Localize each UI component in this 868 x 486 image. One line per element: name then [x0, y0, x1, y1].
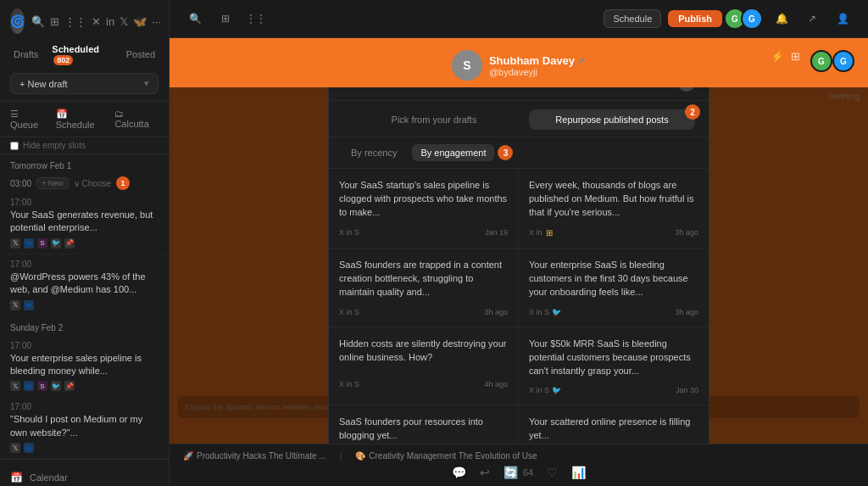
card-text-4: Your enterprise SaaS is bleeding custome…: [529, 259, 698, 299]
suggestion-1[interactable]: 🚀 Productivity Hacks The Ultimate ...: [183, 451, 326, 461]
topbar-grid-icon[interactable]: ⋮⋮: [244, 7, 268, 31]
draft-item-4[interactable]: 17:00 "Should I post on Medium or my own…: [0, 397, 169, 459]
repurpose-tab-badge: 2: [685, 104, 700, 120]
topbar-search-icon[interactable]: 🔍: [183, 7, 207, 31]
linkedin-icon[interactable]: in: [106, 15, 114, 28]
pin-icon-2: 📌: [64, 381, 75, 391]
filter-avatar-1[interactable]: G: [810, 50, 832, 72]
new-slot-button[interactable]: + New: [36, 177, 69, 189]
draft-item-3[interactable]: 17:00 Your enterprise sales pipeline is …: [0, 336, 169, 398]
card-platforms-4: X in S 🐦: [529, 308, 561, 316]
hide-empty-slots: Hide empty slots: [0, 137, 169, 154]
draft-card-5[interactable]: Hidden costs are silently destroying you…: [329, 327, 519, 406]
tab-posted[interactable]: Posted: [123, 47, 159, 61]
more-icon[interactable]: ···: [152, 15, 161, 28]
main-content: 🔍 ⊞ ⋮⋮ Schedule Publish G G 🔔 ↗ 👤: [170, 0, 868, 486]
publish-button[interactable]: Publish: [668, 10, 722, 27]
x-icon-4: 𝕏: [10, 443, 20, 453]
avatar-group: G G: [729, 8, 763, 30]
sort-row: By recency By engagement 3: [329, 137, 709, 169]
calcutta-tool[interactable]: 🗂 Calcutta: [114, 109, 159, 130]
card-text-7: SaaS founders pour resources into bloggi…: [339, 416, 508, 444]
retweet-icon[interactable]: 🔄: [504, 466, 518, 479]
linkedin-icon: in: [24, 238, 34, 249]
card-platforms-2: X in: [529, 228, 542, 237]
sort-by-engagement[interactable]: By engagement: [412, 144, 494, 161]
search-icon[interactable]: 🔍: [31, 15, 45, 28]
draft-card-7[interactable]: SaaS founders pour resources into bloggi…: [329, 405, 519, 444]
grid-icon[interactable]: ⋮⋮: [64, 15, 86, 28]
content-bg-inner: meeting Explore the dynamic tension betw…: [170, 87, 868, 444]
rocket-icon: 🚀: [183, 451, 193, 461]
schedule-button[interactable]: Schedule: [604, 9, 661, 28]
tab-repurpose[interactable]: Repurpose published posts: [529, 109, 695, 130]
tab-pick-from-drafts[interactable]: Pick from your drafts: [342, 109, 526, 130]
suggestion-2[interactable]: 🎨 Creativity Management The Evolution of…: [355, 451, 537, 461]
bottom-actions: 💬 ↩ 🔄 64 ♡ 📊: [183, 466, 854, 479]
draft-card-8[interactable]: Your scattered online presence is fillin…: [519, 405, 709, 444]
x-icon-3: 𝕏: [10, 381, 20, 391]
schedule-tool[interactable]: 📅 Schedule: [56, 109, 107, 130]
app-icon: 🌀: [10, 8, 25, 34]
slot-badge: 1: [116, 176, 130, 190]
draft-item-1[interactable]: 17:00 Your SaaS generates revenue, but p…: [0, 193, 169, 254]
slack-icon-2: S: [37, 381, 47, 391]
nav-calendar[interactable]: 📅 Calendar: [0, 466, 169, 486]
sidebar-tabs: Drafts Scheduled 802 Posted: [10, 42, 159, 66]
tab-scheduled[interactable]: Scheduled 802: [48, 42, 115, 66]
draft-card-4[interactable]: Your enterprise SaaS is bleeding custome…: [519, 249, 709, 327]
card-footer-2: X in ⊞ 3h ago: [529, 228, 698, 237]
filter-icon[interactable]: ⚡: [771, 50, 784, 72]
sort-by-recency[interactable]: By recency: [342, 144, 405, 161]
card-footer-3: X in S 3h ago: [339, 308, 508, 316]
comment-icon[interactable]: 💬: [452, 466, 466, 479]
modal-tabs: Pick from your drafts Repurpose publishe…: [329, 101, 709, 137]
draft-card-2[interactable]: Every week, thousands of blogs are publi…: [519, 169, 709, 249]
draft-card-1[interactable]: Your SaaS startup's sales pipeline is cl…: [329, 169, 519, 249]
topbar-right: Schedule Publish G G 🔔 ↗ 👤: [604, 7, 854, 31]
modal-header: Pick a draft to schedule ×: [329, 87, 709, 101]
card-footer-4: X in S 🐦 3h ago: [529, 308, 698, 316]
user-icon[interactable]: 👤: [831, 7, 854, 31]
palette-icon: 🎨: [355, 451, 365, 461]
new-draft-button[interactable]: + New draft ▾: [10, 73, 159, 94]
close-platform-icon[interactable]: ✕: [92, 15, 101, 28]
twitter-icon[interactable]: 𝕏: [120, 15, 128, 28]
share-icon[interactable]: ↗: [800, 7, 824, 31]
modal-close-button[interactable]: ×: [678, 87, 695, 92]
card-text-5: Hidden costs are silently destroying you…: [339, 338, 508, 371]
like-icon[interactable]: ♡: [547, 466, 558, 479]
modal-grid: Your SaaS startup's sales pipeline is cl…: [329, 169, 709, 444]
x-icon-2: 𝕏: [10, 300, 20, 310]
notifications-icon[interactable]: 🔔: [770, 7, 793, 31]
sidebar-top: 🌀 🔍 ⊞ ⋮⋮ ✕ in 𝕏 🦋 ··· Drafts Scheduled: [0, 0, 169, 102]
analytics-icon[interactable]: 📊: [571, 466, 586, 479]
modal: Pick a draft to schedule × Pick from you…: [328, 87, 709, 444]
card-platforms-5: X in S: [339, 380, 359, 388]
draft-card-3[interactable]: SaaS founders are trapped in a content c…: [329, 249, 519, 327]
topbar-left: 🔍 ⊞ ⋮⋮: [183, 7, 268, 31]
avatar-g2[interactable]: G: [741, 8, 763, 30]
reply-icon[interactable]: ↩: [480, 466, 490, 479]
draft-item-2[interactable]: 17:00 @WordPress powers 43% of the web, …: [0, 254, 169, 316]
queue-tool[interactable]: ☰ Queue: [10, 109, 47, 130]
linkedin-icon-2: in: [24, 300, 34, 310]
tab-drafts[interactable]: Drafts: [10, 47, 42, 61]
filter-avatar-2[interactable]: G: [832, 50, 854, 72]
grid-filter-icon[interactable]: ⊞: [791, 50, 800, 72]
bird-icon-2: 🐦: [51, 381, 61, 391]
topbar: 🔍 ⊞ ⋮⋮ Schedule Publish G G 🔔 ↗ 👤: [170, 0, 868, 38]
card-time-4: 3h ago: [675, 308, 698, 316]
bookmark-icon: ⊞: [546, 228, 553, 237]
time-slot-0300: 03:00 + New ∨ Choose 1: [0, 174, 169, 193]
hide-slots-checkbox[interactable]: [10, 142, 19, 150]
bottom-bar: 🚀 Productivity Hacks The Ultimate ... | …: [170, 444, 868, 486]
topbar-layout-icon[interactable]: ⊞: [214, 7, 237, 31]
bluesky-icon[interactable]: 🦋: [133, 15, 147, 28]
card-text-2: Every week, thousands of blogs are publi…: [529, 179, 698, 220]
x-icon: 𝕏: [10, 238, 20, 249]
bottom-suggestions: 🚀 Productivity Hacks The Ultimate ... | …: [183, 451, 854, 461]
layout-icon[interactable]: ⊞: [50, 15, 59, 28]
draft-card-6[interactable]: Your $50k MRR SaaS is bleeding potential…: [519, 327, 709, 406]
sort-by-engagement-wrapper: By engagement 3: [412, 144, 513, 161]
